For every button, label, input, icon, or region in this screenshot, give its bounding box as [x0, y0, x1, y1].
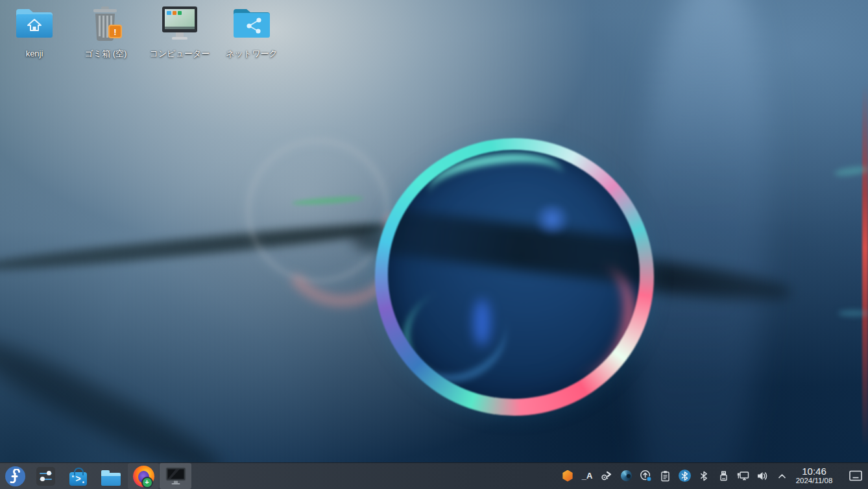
- input-method-indicator: _A: [582, 471, 593, 481]
- tray-bluetooth-active[interactable]: [675, 462, 694, 489]
- show-desktop-button[interactable]: [845, 462, 867, 489]
- firefox-plus-badge: +: [141, 477, 153, 488]
- home-folder-icon: [14, 5, 54, 45]
- clipboard-icon: [660, 470, 671, 482]
- monitor-window-icon: [165, 467, 186, 485]
- usb-device-icon: [719, 470, 729, 481]
- tray-input-method[interactable]: _A: [577, 462, 597, 489]
- tray-bluetooth[interactable]: [694, 462, 714, 489]
- discover-button[interactable]: >: [63, 463, 93, 489]
- desktop-icon-trash[interactable]: ! ゴミ箱 (空): [72, 5, 139, 58]
- volume-icon: [756, 471, 768, 481]
- system-tray: _A: [558, 462, 791, 489]
- ime-switch-arrow-icon: [601, 470, 612, 481]
- wallpaper-teal-glint-2: [838, 310, 868, 316]
- desktop-icon-label: コンピューター: [146, 49, 213, 58]
- discover-chevron-glyph: >: [75, 474, 80, 483]
- computer-monitor-icon: [161, 5, 199, 45]
- wallpaper-soap-bubble: [375, 138, 654, 416]
- tray-software-updates[interactable]: [636, 462, 655, 489]
- discover-bag-icon: >: [69, 472, 87, 486]
- folder-icon: [101, 470, 121, 486]
- tray-package-box[interactable]: [558, 462, 577, 489]
- clock-time: 10:46: [802, 466, 826, 477]
- tray-display-connect[interactable]: [733, 462, 753, 489]
- desktop-wallpaper[interactable]: [0, 0, 868, 489]
- fedora-logo-icon: [5, 466, 25, 486]
- desktop-icon-label: kenji: [1, 49, 68, 58]
- bubble-teal-fold: [391, 274, 520, 396]
- task-active-window[interactable]: [160, 463, 191, 489]
- tray-fcitx[interactable]: [616, 462, 636, 489]
- tray-clipboard[interactable]: [655, 462, 675, 489]
- firefox-icon: +: [133, 466, 154, 487]
- display-connect-icon: [737, 470, 749, 481]
- bluetooth-circle-icon: [679, 470, 691, 482]
- task-firefox[interactable]: +: [128, 463, 159, 489]
- bubble-interior: [388, 150, 640, 399]
- desktop-root: kenji ! ゴミ箱 (空): [0, 0, 868, 489]
- desktop-icon-network[interactable]: ネットワーク: [218, 5, 285, 58]
- package-box-icon: [562, 470, 573, 482]
- desktop-icon-computer[interactable]: コンピューター: [146, 5, 213, 58]
- trash-alert-badge: !: [108, 25, 122, 38]
- digital-clock[interactable]: 10:46 2024/11/08: [788, 462, 841, 489]
- updates-icon: [640, 470, 652, 482]
- sliders-icon: [36, 467, 55, 486]
- dolphin-button[interactable]: [95, 463, 126, 489]
- trash-can-icon: !: [89, 5, 123, 45]
- bluetooth-icon: [700, 471, 708, 481]
- desktop-icon-label: ネットワーク: [218, 49, 285, 58]
- desktop-icon-home[interactable]: kenji: [1, 5, 68, 58]
- chevron-up-icon: [777, 472, 787, 480]
- tray-volume[interactable]: [753, 462, 772, 489]
- system-settings-button[interactable]: [30, 463, 61, 489]
- show-desktop-icon: [849, 470, 863, 482]
- desktop-icon-label: ゴミ箱 (空): [72, 49, 139, 58]
- tray-removable-device[interactable]: [714, 462, 733, 489]
- network-folder-icon: [232, 5, 272, 45]
- tray-ime-switch[interactable]: [597, 462, 616, 489]
- application-launcher-button[interactable]: [0, 463, 30, 489]
- clock-date: 2024/11/08: [796, 477, 833, 485]
- fcitx-swirl-icon: [621, 470, 632, 481]
- wallpaper-red-edge: [862, 84, 868, 447]
